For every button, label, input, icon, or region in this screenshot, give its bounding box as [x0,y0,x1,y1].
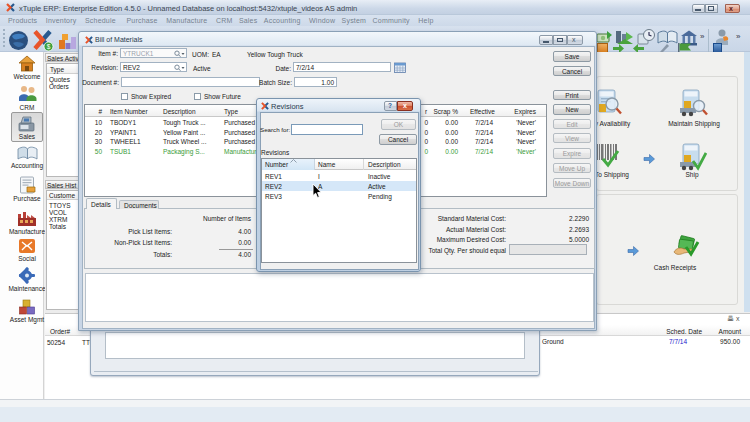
svg-text:$: $ [47,43,51,50]
